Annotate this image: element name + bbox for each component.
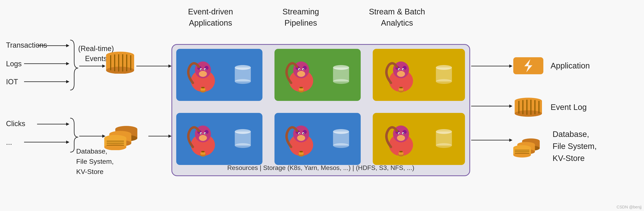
db-stack-left — [104, 118, 144, 151]
svg-point-140 — [402, 133, 404, 134]
svg-rect-67 — [200, 88, 205, 91]
svg-point-106 — [199, 135, 207, 141]
svg-point-65 — [205, 69, 206, 70]
svg-point-139 — [398, 133, 400, 134]
svg-rect-97 — [398, 88, 404, 91]
svg-point-110 — [205, 133, 206, 134]
iot-label: IOT — [6, 78, 18, 86]
svg-point-101 — [436, 79, 452, 84]
logs-label: Logs — [6, 60, 22, 68]
svg-rect-127 — [299, 152, 304, 155]
database-output-label: Database,File System,KV-Store — [552, 128, 597, 164]
transactions-label: Transactions — [6, 41, 47, 49]
svg-marker-15 — [168, 64, 172, 68]
svg-marker-33 — [509, 104, 512, 108]
svg-rect-128 — [300, 151, 303, 152]
panel-yellow-bottom — [373, 113, 465, 165]
svg-marker-31 — [509, 64, 512, 68]
svg-point-80 — [303, 69, 304, 70]
application-label: Application — [550, 61, 590, 70]
event-log-output: Event Log — [513, 98, 587, 117]
svg-marker-35 — [509, 139, 512, 142]
svg-point-109 — [201, 133, 202, 134]
svg-point-76 — [297, 71, 305, 77]
svg-point-146 — [436, 143, 452, 148]
watermark: CSDN @benjj — [616, 205, 642, 210]
svg-point-71 — [235, 79, 251, 84]
svg-point-131 — [333, 143, 349, 148]
panel-blue-bottom-mid — [274, 113, 361, 165]
svg-rect-142 — [398, 152, 404, 155]
svg-rect-143 — [400, 151, 402, 152]
col3-header: Stream & BatchAnalytics — [361, 6, 433, 28]
svg-rect-83 — [300, 87, 303, 88]
event-log-label: Event Log — [550, 103, 587, 112]
database-output: Database,File System,KV-Store — [513, 128, 597, 164]
svg-point-86 — [333, 79, 349, 84]
panel-yellow-top — [373, 49, 465, 101]
svg-marker-7 — [66, 123, 69, 126]
panel-blue-bottom-left — [176, 113, 262, 165]
ellipsis-label: ... — [6, 138, 12, 147]
panel-blue-top-left — [176, 49, 262, 101]
svg-rect-112 — [200, 152, 205, 155]
svg-marker-9 — [66, 141, 69, 144]
svg-marker-5 — [66, 80, 69, 83]
svg-point-125 — [303, 133, 304, 134]
svg-rect-113 — [201, 151, 204, 152]
kafka-drum-top — [105, 52, 135, 74]
svg-point-121 — [297, 135, 305, 141]
svg-point-95 — [402, 69, 404, 70]
svg-marker-3 — [66, 62, 69, 65]
flink-main-box: Resources | Storage (K8s, Yarn, Mesos, .… — [172, 44, 470, 176]
clicks-label: Clicks — [6, 120, 25, 128]
svg-point-91 — [397, 71, 405, 77]
svg-rect-68 — [201, 87, 204, 88]
application-output: Application — [513, 57, 590, 74]
svg-point-61 — [199, 71, 207, 77]
svg-rect-82 — [299, 88, 304, 91]
svg-marker-1 — [66, 44, 69, 47]
diagram: Transactions Logs IOT Clicks ... (Real-t… — [0, 0, 644, 211]
resources-label: Resources | Storage (K8s, Yarn, Mesos, .… — [172, 163, 469, 173]
svg-point-64 — [201, 69, 202, 70]
svg-rect-98 — [400, 87, 402, 88]
svg-marker-17 — [168, 135, 172, 138]
svg-point-124 — [299, 133, 300, 134]
svg-point-94 — [398, 69, 400, 70]
svg-point-136 — [397, 135, 405, 141]
svg-point-116 — [235, 143, 251, 148]
svg-point-79 — [299, 69, 300, 70]
panel-green-top — [274, 49, 361, 101]
col2-header: StreamingPipelines — [271, 6, 331, 28]
col1-header: Event-drivenApplications — [180, 6, 240, 28]
